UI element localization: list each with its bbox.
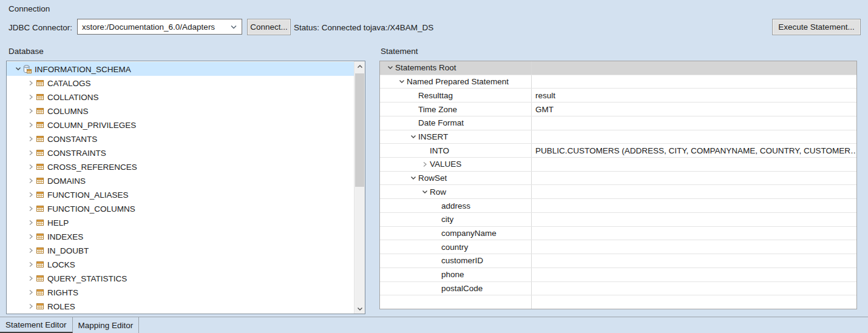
- database-scrollbar[interactable]: [354, 61, 365, 314]
- statement-row[interactable]: Time ZoneGMT: [380, 103, 856, 116]
- tree-item-table[interactable]: ROLES: [7, 299, 354, 313]
- tree-item-table[interactable]: LOCKS: [7, 257, 354, 271]
- tree-item-table[interactable]: INDEXES: [7, 229, 354, 243]
- chevron-right-icon[interactable]: [27, 303, 35, 309]
- statement-row-value[interactable]: [531, 213, 856, 226]
- table-icon: [35, 204, 45, 214]
- statement-row[interactable]: INTOPUBLIC.CUSTOMERS (ADDRESS, CITY, COM…: [380, 144, 856, 158]
- tree-item-table[interactable]: QUERY_STATISTICS: [7, 271, 354, 285]
- statement-row[interactable]: Resulttagresult: [380, 89, 856, 103]
- tab-statement-editor[interactable]: Statement Editor: [0, 317, 73, 333]
- chevron-right-icon[interactable]: [27, 150, 35, 156]
- tree-item-label: CONSTRAINTS: [47, 148, 106, 158]
- statement-row-value[interactable]: [531, 254, 856, 267]
- connect-button[interactable]: Connect...: [247, 19, 291, 35]
- statement-row-value[interactable]: [531, 130, 856, 144]
- statement-row[interactable]: RowSet: [380, 172, 856, 186]
- chevron-down-icon[interactable]: [408, 175, 418, 181]
- tree-item-table[interactable]: IN_DOUBT: [7, 243, 354, 257]
- statement-row-value[interactable]: [531, 158, 856, 171]
- execute-statement-button[interactable]: Execute Statement...: [772, 19, 861, 35]
- statement-row-label: address: [441, 201, 470, 210]
- chevron-down-icon[interactable]: [385, 65, 395, 70]
- statement-row[interactable]: companyName: [380, 227, 856, 241]
- chevron-down-icon[interactable]: [408, 134, 418, 140]
- tree-item-label: INFORMATION_SCHEMA: [35, 64, 131, 74]
- chevron-right-icon[interactable]: [27, 108, 35, 114]
- chevron-right-icon[interactable]: [27, 164, 35, 170]
- chevron-right-icon[interactable]: [27, 289, 35, 295]
- chevron-down-icon[interactable]: [14, 66, 22, 72]
- statement-row-value[interactable]: [531, 75, 856, 89]
- tree-item-information-schema[interactable]: INFORMATION_SCHEMA: [7, 62, 354, 76]
- chevron-right-icon[interactable]: [27, 234, 35, 240]
- scroll-up-icon[interactable]: [354, 61, 365, 72]
- chevron-right-icon[interactable]: [27, 261, 35, 267]
- statement-row-value[interactable]: PUBLIC.CUSTOMERS (ADDRESS, CITY, COMPANY…: [531, 144, 856, 157]
- chevron-right-icon[interactable]: [27, 192, 35, 198]
- tree-item-table[interactable]: HELP: [7, 215, 354, 229]
- statement-row[interactable]: country: [380, 240, 856, 254]
- statement-row-value[interactable]: [531, 185, 856, 198]
- statement-row[interactable]: customerID: [380, 254, 856, 268]
- statement-row[interactable]: city: [380, 213, 856, 227]
- statement-row[interactable]: INSERT: [380, 130, 856, 144]
- scrollbar-thumb[interactable]: [355, 73, 364, 187]
- statement-row-value[interactable]: result: [531, 89, 856, 102]
- tree-item-table[interactable]: CONSTRAINTS: [7, 146, 354, 160]
- chevron-right-icon[interactable]: [419, 161, 430, 167]
- chevron-right-icon[interactable]: [27, 275, 35, 281]
- scroll-down-icon[interactable]: [354, 303, 365, 314]
- statement-row-value[interactable]: [531, 227, 856, 240]
- chevron-right-icon[interactable]: [27, 178, 35, 184]
- statement-row[interactable]: VALUES: [380, 158, 856, 172]
- tab-mapping-editor[interactable]: Mapping Editor: [73, 317, 140, 333]
- statement-row-value[interactable]: [531, 268, 856, 281]
- chevron-right-icon[interactable]: [27, 94, 35, 100]
- statement-row[interactable]: Date Format: [380, 116, 856, 130]
- tree-item-label: HELP: [47, 218, 69, 227]
- tree-item-table[interactable]: COLLATIONS: [7, 90, 354, 104]
- chevron-right-icon[interactable]: [27, 220, 35, 226]
- statement-row-name-cell: city: [380, 213, 531, 226]
- chevron-right-icon[interactable]: [27, 122, 35, 128]
- tree-item-table[interactable]: CROSS_REFERENCES: [7, 160, 354, 173]
- statement-row-value[interactable]: [531, 295, 856, 309]
- chevron-right-icon[interactable]: [27, 247, 35, 254]
- statement-row-name-cell: customerID: [380, 254, 531, 267]
- chevron-right-icon[interactable]: [27, 80, 35, 86]
- tree-item-table[interactable]: FUNCTION_COLUMNS: [7, 201, 354, 215]
- combo-chevron-down-icon[interactable]: [230, 22, 237, 32]
- statement-row-value[interactable]: [531, 282, 856, 295]
- tree-item-table[interactable]: RIGHTS: [7, 285, 354, 299]
- statement-row[interactable]: postalCode: [380, 282, 856, 296]
- statement-row[interactable]: Row: [380, 185, 856, 199]
- statement-row-value[interactable]: [531, 116, 856, 130]
- statement-row[interactable]: phone: [380, 268, 856, 282]
- connection-status: Status: Connected tojava:/X4BAM_DS: [294, 23, 433, 32]
- jdbc-connector-select[interactable]: xstore:/Documentation_6.0/Adapters: [77, 19, 242, 35]
- chevron-right-icon[interactable]: [27, 136, 35, 142]
- tree-item-label: INDEXES: [47, 232, 83, 241]
- statement-tree-table: Statements RootNamed Prepared StatementR…: [379, 61, 857, 309]
- tree-item-table[interactable]: CATALOGS: [7, 76, 354, 90]
- tree-item-table[interactable]: FUNCTION_ALIASES: [7, 187, 354, 201]
- statement-row-value[interactable]: [531, 172, 856, 185]
- tree-item-label: DOMAINS: [47, 176, 86, 186]
- tree-item-table[interactable]: COLUMN_PRIVILEGES: [7, 118, 354, 132]
- statement-row[interactable]: Named Prepared Statement: [380, 75, 856, 89]
- tree-item-table[interactable]: DOMAINS: [7, 173, 354, 187]
- statement-row-label: postalCode: [441, 284, 483, 293]
- statement-row-value[interactable]: [531, 240, 856, 254]
- statement-row[interactable]: address: [380, 199, 856, 213]
- tree-item-table[interactable]: COLUMNS: [7, 104, 354, 118]
- chevron-down-icon[interactable]: [396, 79, 407, 84]
- statement-row-value[interactable]: [531, 199, 856, 212]
- statement-row[interactable]: [380, 295, 856, 309]
- tree-item-table[interactable]: CONSTANTS: [7, 132, 354, 146]
- chevron-down-icon[interactable]: [419, 189, 430, 195]
- statement-row[interactable]: Statements Root: [380, 61, 856, 75]
- statement-row-value[interactable]: GMT: [531, 103, 856, 116]
- chevron-right-icon[interactable]: [27, 206, 35, 212]
- statement-row-value[interactable]: [531, 61, 856, 75]
